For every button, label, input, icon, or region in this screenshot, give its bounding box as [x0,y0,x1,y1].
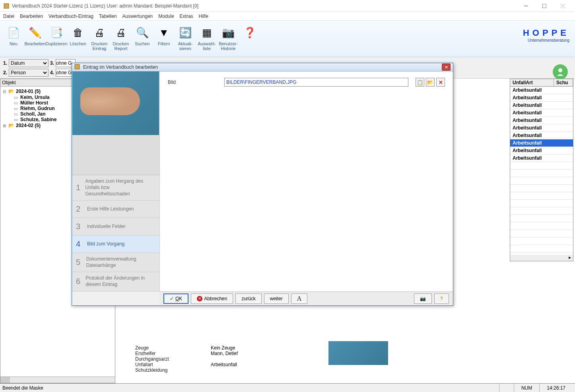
status-text: Beendet die Maske [2,385,499,391]
toolbar-icon-5: 🖨 [114,25,128,40]
step-label: Protokoll der Änderungen in diesem Eintr… [85,275,155,288]
photo-button[interactable]: 📷 [414,294,432,304]
grid-row-empty[interactable] [510,215,573,222]
grid-header[interactable]: UnfallArt Schu [510,79,573,87]
step-number: 3 [76,222,82,231]
menu-module[interactable]: Module [158,14,174,19]
image-path-input[interactable] [224,78,408,87]
dialog-step-5[interactable]: 5Dokumentenverwaltung Dateianhänge [72,253,159,272]
document-icon: ▭ [14,112,18,117]
svg-rect-0 [4,4,9,8]
dialog-close-button[interactable]: ✕ [442,64,451,71]
menu-datei[interactable]: Datei [3,14,14,19]
toolbar-btn-1[interactable]: ✏️Bearbeiten [25,23,45,54]
menu-verbandbuch[interactable]: Verbandbuch-Eintrag [49,14,93,19]
grid-row-empty[interactable] [510,207,573,215]
grid-row[interactable]: Arbeitsunfall [510,102,573,109]
grid-row-empty[interactable] [510,170,573,177]
toolbar-btn-2[interactable]: 📑Duplizieren [46,23,67,54]
filter-select-2[interactable]: Person [9,69,49,77]
toolbar-btn-4[interactable]: 🖨Drucken Eintrag [89,23,110,54]
titlebar: Verbandbuch 2024 Starter-Lizenz (1 Lizen… [0,0,575,12]
cancel-button[interactable]: ✕Abbrechen [191,294,233,304]
dialog-titlebar[interactable]: Eintrag im Verbandbuch bearbeiten ✕ [72,63,453,71]
toolbar-btn-10[interactable]: 📷Benutzer- Historie [218,23,239,54]
dialog-step-4[interactable]: 4Bild zum Vorgang [72,236,159,253]
menu-bearbeiten[interactable]: Bearbeiten [20,14,43,19]
close-button[interactable] [554,0,572,12]
toolbar-btn-5[interactable]: 🖨Drucken Report [111,23,131,54]
tree-item-label: Riehm, Gudrun [20,106,55,111]
toolbar-label-6: Suchen [135,41,150,46]
ok-button[interactable]: ✓OOKK [163,294,188,304]
grid-row[interactable]: Arbeitsunfall [510,87,573,94]
grid-row-empty[interactable] [510,245,573,253]
maximize-button[interactable] [535,0,554,12]
help-button[interactable]: ? [434,294,449,304]
detail-val: Mann, Detlef [211,351,238,356]
step-number: 1 [76,183,80,192]
grid-row[interactable]: Arbeitsunfall [510,124,573,132]
grid-row-empty[interactable] [510,177,573,185]
delete-icon[interactable]: ✕ [436,78,445,87]
grid-row[interactable]: Arbeitsunfall [510,132,573,139]
tree-hscroll[interactable] [0,377,115,383]
toolbar-label-7: Filtern [158,41,170,46]
grid-row[interactable]: Arbeitsunfall [510,117,573,124]
toolbar-btn-7[interactable]: ▼Filtern [153,23,174,54]
next-button[interactable]: weiter [264,294,289,304]
document-icon: ▭ [14,117,18,122]
folder-icon: 📂 [8,89,14,94]
menu-hilfe[interactable]: Hilfe [199,14,208,19]
copy-icon[interactable]: 📋 [416,78,424,87]
grid-col-schu[interactable]: Schu [554,79,573,86]
grid-row-empty[interactable] [510,230,573,238]
toolbar-icon-3: 🗑 [71,25,85,40]
grid-hscroll[interactable]: ▸ [510,255,573,261]
expander-icon[interactable]: ⊟ [2,89,7,94]
grid-row[interactable]: Arbeitsunfall [510,154,573,162]
grid-col-unfallart[interactable]: UnfallArt [510,79,554,86]
toolbar-icon-9: ▦ [200,25,214,40]
grid-row-empty[interactable] [510,238,573,245]
grid-row-empty[interactable] [510,192,573,200]
expander-icon[interactable]: ⊞ [2,124,7,128]
menu-extras[interactable]: Extras [180,14,193,19]
grid-row[interactable]: Arbeitsunfall [510,94,573,102]
grid-row-empty[interactable] [510,200,573,207]
status-num: NUM [514,384,539,392]
toolbar-icon-7: ▼ [157,25,171,40]
toolbar-btn-3[interactable]: 🗑Löschen [68,23,88,54]
toolbar-btn-0[interactable]: 📄Neu [3,23,24,54]
document-icon: ▭ [14,106,18,111]
font-button[interactable]: A [291,294,308,304]
toolbar-btn-9[interactable]: ▦Auswahl- liste [196,23,217,54]
dialog-step-3[interactable]: 3individuelle Felder [72,218,159,236]
user-badge-icon[interactable] [553,64,568,79]
dialog-step-6[interactable]: 6Protokoll der Änderungen in diesem Eint… [72,272,159,291]
dialog-footer: ✓OOKK ✕Abbrechen zurück weiter A 📷 ? [159,292,453,306]
grid-row-empty[interactable] [510,162,573,170]
grid-row-empty[interactable] [510,185,573,192]
grid-row[interactable]: Arbeitsunfall [510,109,573,117]
toolbar: 📄Neu✏️Bearbeiten📑Duplizieren🗑Löschen🖨Dru… [0,21,575,57]
back-button[interactable]: zurück [235,294,261,304]
open-folder-icon[interactable]: 📂 [426,78,435,87]
dialog-icon [74,64,81,70]
grid-row-empty[interactable] [510,222,573,230]
menu-auswertungen[interactable]: Auswertungen [122,14,153,19]
dialog-step-1[interactable]: 1Angaben zum Hergang des Unfalls bzw Ges… [72,175,159,201]
svg-rect-6 [75,64,80,69]
filter-select-1[interactable]: Datum [9,59,49,67]
brand-logo: HOPPE Unternehmensberatung [523,28,569,42]
toolbar-btn-6[interactable]: 🔍Suchen [132,23,153,54]
brand-sub: Unternehmensberatung [523,38,569,42]
dialog-step-2[interactable]: 2Erste Hilfe Leistungen [72,201,159,218]
toolbar-btn-8[interactable]: 🔄Aktuali- sieren [175,23,196,54]
grid-row[interactable]: Arbeitsunfall [510,147,573,154]
window-title: Verbandbuch 2024 Starter-Lizenz (1 Lizen… [12,3,198,9]
menu-tabellen[interactable]: Tabellen [99,14,117,19]
minimize-button[interactable] [517,0,535,12]
grid-row[interactable]: Arbeitsunfall [510,139,573,147]
toolbar-btn-11[interactable]: ❓ [239,23,260,54]
